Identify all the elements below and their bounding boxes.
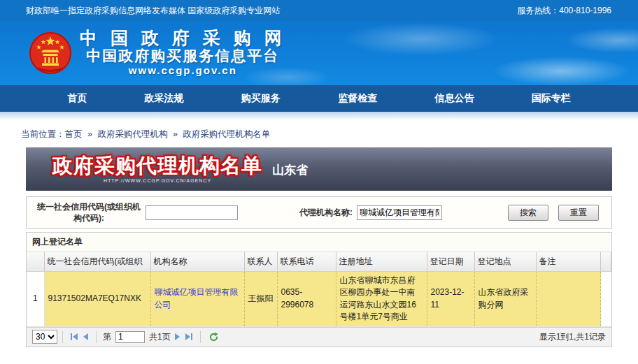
agency-name-input[interactable] <box>357 205 442 220</box>
header-reg-place: 登记地点 <box>474 252 536 272</box>
banner-url: HTTP://WWW.CCGP.GOV.CN/AGENCY <box>52 178 262 183</box>
header-row-number <box>27 252 44 272</box>
credit-code-label: 统一社会信用代码(或组织机构代码): <box>34 202 144 224</box>
search-button[interactable]: 搜索 <box>508 205 548 221</box>
cell-row-number: 1 <box>27 272 44 327</box>
breadcrumb: 当前位置：首页 » 政府采购代理机构 » 政府采购代理机构名单 <box>21 129 638 140</box>
cell-agency-name: 聊城诚亿项目管理有限公司 <box>150 272 244 327</box>
pager-divider <box>96 331 97 343</box>
main-content: 政府采购代理机构名单 HTTP://WWW.CCGP.GOV.CN/AGENCY… <box>26 147 612 347</box>
breadcrumb-separator: » <box>87 129 92 139</box>
pager-divider <box>62 331 63 343</box>
table-header-row: 统一社会信用代码(或组织 机构名称 联系人 联系电话 注册地址 登记日期 登记地… <box>27 252 611 272</box>
page-banner: 政府采购代理机构名单 HTTP://WWW.CCGP.GOV.CN/AGENCY… <box>26 147 612 191</box>
agency-name-label: 代理机构名称: <box>299 208 353 219</box>
refresh-button[interactable] <box>208 332 219 342</box>
cell-phone: 0635-2996078 <box>277 272 336 327</box>
credit-code-input[interactable] <box>146 205 238 220</box>
nav-item-regulations[interactable]: 政采法规 <box>144 92 183 105</box>
nav-shadow-strip <box>0 112 638 120</box>
page-prefix-label: 第 <box>103 331 111 343</box>
prev-page-icon <box>83 333 88 340</box>
breadcrumb-agency-list-link[interactable]: 政府采购代理机构名单 <box>183 129 270 139</box>
nav-item-supervision[interactable]: 监督检查 <box>338 92 377 105</box>
cell-reg-place: 山东省政府采购分网 <box>474 272 536 327</box>
top-bar: 财政部唯一指定政府采购信息网络发布媒体 国家级政府采购专业网站 服务热线：400… <box>0 0 638 21</box>
search-panel: 统一社会信用代码(或组织机构代码): 代理机构名称: 搜索 重置 <box>26 196 612 229</box>
site-brand: 中 国 政 府 采 购 网 中国政府购买服务信息平台 www.ccgp.gov.… <box>80 29 286 77</box>
last-page-icon <box>191 333 192 340</box>
header-phone: 联系电话 <box>277 252 336 272</box>
prev-page-button[interactable] <box>80 332 91 342</box>
site-title: 中 国 政 府 采 购 网 <box>80 29 286 47</box>
site-url: www.ccgp.gov.cn <box>80 64 286 78</box>
page-size-select[interactable]: 30 <box>32 330 57 344</box>
cell-contact: 王振阳 <box>244 272 277 327</box>
last-page-button[interactable] <box>183 332 195 342</box>
site-slogan: 财政部唯一指定政府采购信息网络发布媒体 国家级政府采购专业网站 <box>26 5 280 17</box>
breadcrumb-separator: » <box>173 129 178 139</box>
first-page-icon <box>73 333 78 340</box>
pagination-bar: 30 第 共1页 <box>27 327 611 347</box>
header-contact: 联系人 <box>244 252 277 272</box>
table-row: 1 91371502MA7EQ17NXK 聊城诚亿项目管理有限公司 王振阳 06… <box>27 272 611 327</box>
breadcrumb-agency-link[interactable]: 政府采购代理机构 <box>97 129 167 139</box>
first-page-button[interactable] <box>68 332 80 342</box>
cell-credit-code: 91371502MA7EQ17NXK <box>44 272 150 327</box>
province-label: 山东省 <box>272 162 308 178</box>
results-panel: 网上登记名单 统一社会信用代码(或组织 机构名称 联系人 联系电话 注册地址 登… <box>26 232 612 347</box>
banner-title-block: 政府采购代理机构名单 HTTP://WWW.CCGP.GOV.CN/AGENCY <box>52 156 262 183</box>
record-count-summary: 显示1到1,共1记录 <box>539 331 606 343</box>
breadcrumb-home-link[interactable]: 首页 <box>65 129 83 139</box>
results-section-title: 网上登记名单 <box>27 233 611 252</box>
site-header: 中 国 政 府 采 购 网 中国政府购买服务信息平台 www.ccgp.gov.… <box>0 21 638 85</box>
header-address: 注册地址 <box>336 252 427 272</box>
last-page-icon <box>185 333 190 340</box>
nav-item-home[interactable]: 首页 <box>67 92 87 105</box>
cell-spacer <box>601 272 611 327</box>
breadcrumb-label: 当前位置： <box>21 129 65 139</box>
pager-divider <box>200 331 201 343</box>
main-nav: 首页 政采法规 购买服务 监督检查 信息公告 国际专栏 <box>0 85 638 112</box>
site-subtitle: 中国政府购买服务信息平台 <box>80 48 286 64</box>
nav-item-international[interactable]: 国际专栏 <box>532 92 571 105</box>
next-page-button[interactable] <box>172 332 183 342</box>
header-credit-code: 统一社会信用代码(或组织 <box>44 252 150 272</box>
reset-button[interactable]: 重置 <box>558 205 599 221</box>
total-pages-label: 共1页 <box>149 331 171 343</box>
search-buttons: 搜索 重置 <box>508 205 604 221</box>
cell-remark <box>536 272 601 327</box>
nav-item-announcements[interactable]: 信息公告 <box>434 92 474 105</box>
service-hotline: 服务热线：400-810-1996 <box>517 5 611 17</box>
page-number-input[interactable] <box>115 331 145 343</box>
agency-name-link[interactable]: 聊城诚亿项目管理有限公司 <box>155 287 239 309</box>
header-reg-date: 登记日期 <box>427 252 474 272</box>
cell-address: 山东省聊城市东昌府区柳园办事处一中南运河路东山水文园16号楼1单元7号商业 <box>336 272 427 327</box>
header-remark: 备注 <box>536 252 601 272</box>
site-logo[interactable]: 中 国 政 府 采 购 网 中国政府购买服务信息平台 www.ccgp.gov.… <box>28 29 286 77</box>
agency-table: 统一社会信用代码(或组织 机构名称 联系人 联系电话 注册地址 登记日期 登记地… <box>27 252 611 327</box>
cell-reg-date: 2023-12-11 <box>427 272 474 327</box>
nav-item-purchase-services[interactable]: 购买服务 <box>241 92 281 105</box>
national-emblem-icon <box>28 31 73 75</box>
header-agency-name: 机构名称 <box>150 252 244 272</box>
next-page-icon <box>175 333 180 340</box>
page-title: 政府采购代理机构名单 <box>52 156 262 176</box>
refresh-icon <box>208 332 219 342</box>
first-page-icon <box>71 333 72 340</box>
header-spacer <box>601 252 611 272</box>
